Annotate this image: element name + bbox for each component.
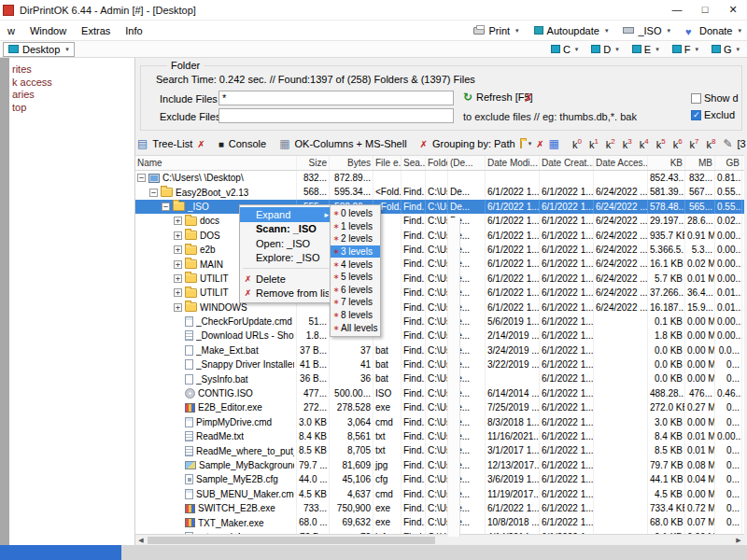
table-row[interactable]: SUB_MENU_Maker.cmd4.5 KB4,637cmdFind...C… (135, 487, 744, 501)
submenu-item[interactable]: ∗4 levels (331, 258, 380, 271)
console-button[interactable]: Console (229, 138, 266, 149)
submenu-item[interactable]: ∗3 levels (331, 245, 380, 259)
stop-icon[interactable]: ✗ (524, 91, 533, 105)
collapse-icon[interactable]: − (162, 203, 170, 211)
expand-icon[interactable]: + (174, 260, 182, 269)
expand-icon[interactable]: + (174, 274, 182, 283)
table-row[interactable]: _CheckForUpdate.cmd51...Find...C:\Users.… (135, 315, 744, 329)
grouping-button[interactable]: Grouping by: Path (432, 138, 515, 149)
table-row[interactable]: TXT_Maker.exe68.0 ...69,632exeFind...C:\… (135, 515, 744, 529)
submenu-item[interactable]: ∗5 levels (331, 271, 380, 284)
collapse-icon[interactable]: − (149, 189, 158, 197)
clear-list-icon[interactable]: ✗ (536, 139, 543, 149)
expand-icon[interactable]: + (174, 245, 182, 254)
sidebar-item[interactable]: k access (9, 77, 134, 90)
column-header-bytes[interactable]: Bytes (330, 156, 374, 170)
scroll-left-icon[interactable]: ◀ (135, 535, 147, 545)
column-header-size[interactable]: Size (297, 156, 330, 170)
menubar-item[interactable]: Extras (74, 25, 118, 36)
columns-mode-button[interactable]: OK-Columns + MS-Shell (294, 138, 406, 149)
scrollbar-overlay[interactable] (447, 217, 460, 537)
table-row[interactable]: Sample_MyE2B.cfg44.0 ...45,106cfgFind...… (135, 472, 744, 486)
column-header-da[interactable]: Date Acces... (594, 156, 648, 170)
expand-icon[interactable]: + (174, 217, 182, 225)
submenu-item[interactable]: ∗8 levels (331, 309, 380, 322)
level-button-2[interactable]: k2 (603, 137, 618, 150)
expand-icon[interactable]: + (174, 303, 182, 312)
context-menu-item[interactable]: Expand▸ (240, 207, 331, 222)
column-header-folder[interactable]: Folder (426, 156, 448, 170)
location-dropdown[interactable]: Desktop ▾ (3, 42, 75, 57)
drive-button-c[interactable]: C▾ (551, 44, 578, 55)
table-row[interactable]: _Download URLs - Short...1.8...Find...C:… (135, 329, 744, 343)
table-row[interactable]: +DOSFind...C:\Users\...De...6/1/2022 1..… (135, 229, 744, 243)
sidebar-item[interactable]: top (9, 102, 134, 115)
menubar-item[interactable]: w (0, 25, 22, 36)
close-button[interactable]: ✕ (719, 0, 747, 20)
level-button-6[interactable]: k6 (670, 137, 685, 150)
table-row[interactable]: _SysInfo.bat36 B...36batFind...C:\Users.… (135, 371, 744, 385)
drive-button-f[interactable]: F▾ (672, 44, 698, 55)
column-header-kb[interactable]: KB (648, 156, 685, 170)
scrollbar-thumb[interactable] (148, 537, 435, 544)
include-files-input[interactable] (218, 91, 454, 105)
drive-button-g[interactable]: G▾ (712, 44, 740, 55)
sidebar-item[interactable]: rites (9, 63, 134, 77)
level-button-0[interactable]: k0 (570, 137, 585, 150)
minimize-button[interactable]: — (663, 0, 691, 20)
drive-button-e[interactable]: E▾ (632, 44, 659, 55)
menubar-autoupdate-button[interactable]: Autoupdate▾ (534, 25, 609, 36)
submenu-item[interactable]: ∗All levels (331, 321, 380, 334)
submenu-item[interactable]: ∗2 levels (331, 232, 380, 245)
show-dirs-checkbox[interactable]: Show d (691, 92, 745, 104)
table-row[interactable]: Sample_MyBackground.j...79.7 ...81,609jp… (135, 458, 744, 472)
exclude-checkbox[interactable]: Exclud (691, 109, 745, 120)
table-row[interactable]: E2B_Editor.exe272...278.528exeFind...C:\… (135, 400, 744, 414)
expand-icon[interactable]: + (174, 288, 182, 297)
table-row[interactable]: +docsFind...C:\Users\...De...6/1/2022 1.… (135, 214, 744, 228)
menubar-item[interactable]: Info (118, 25, 149, 36)
column-header-ext[interactable]: File e... (374, 156, 402, 170)
close-tree-icon[interactable]: ✗ (197, 139, 204, 149)
level-button-4[interactable]: k4 (637, 137, 652, 150)
scroll-right-icon[interactable]: ▶ (733, 535, 744, 545)
table-row[interactable]: ReadMe_where_to_put_fi...8.5 KB8,705txtF… (135, 443, 744, 457)
submenu-item[interactable]: ∗6 levels (331, 284, 380, 297)
pencil-icon[interactable]: ✎ (724, 137, 733, 150)
table-row[interactable]: −Easy2Boot_v2.13568...595.34...<Fold...F… (135, 185, 744, 199)
table-row[interactable]: SWITCH_E2B.exe733...750,900exeFind...C:\… (135, 501, 744, 515)
context-menu-item[interactable]: Open: _ISO (240, 236, 331, 251)
tree-list-button[interactable]: Tree-List (152, 138, 192, 149)
column-header-dm[interactable]: Date Modi... (486, 156, 540, 170)
submenu-item[interactable]: ∗1 levels (331, 220, 380, 233)
menubar-item[interactable]: Window (22, 25, 74, 36)
menubar-print-button[interactable]: Print▾ (473, 25, 518, 36)
table-row[interactable]: CONTIG.ISO477...500.00...ISOFind...C:\Us… (135, 386, 744, 400)
table-row[interactable]: −_ISO555...582.26...<Fold...Find...C:\Us… (135, 200, 744, 214)
maximize-button[interactable]: □ (691, 0, 719, 20)
table-row[interactable]: −C:\Users\ \Desktop\832...872.89...852.4… (135, 171, 744, 185)
table-row[interactable]: PimpMyDrive.cmd3.0 KB3,064cmdFind...C:\U… (135, 415, 744, 429)
table-row[interactable]: +UTILITFind...C:\Users\...De...6/1/2022 … (135, 286, 744, 300)
table-row[interactable]: +MAINFind...C:\Users\...De...6/1/2022 1.… (135, 257, 744, 271)
folder-dropdown-icon[interactable] (520, 140, 522, 148)
table-row[interactable]: +UTILITFind...C:\Users\...De...6/1/2022 … (135, 272, 744, 286)
column-header-name[interactable]: Name (135, 156, 297, 170)
checkbox-icon[interactable] (691, 93, 701, 104)
context-menu-item[interactable]: ✗Remove from list (240, 287, 331, 301)
table-row[interactable]: _Make_Ext.bat37 B...37batFind...C:\Users… (135, 343, 744, 357)
submenu-item[interactable]: ∗0 levels (331, 207, 380, 220)
table-row[interactable]: +e2bFind...C:\Users\...De...6/1/2022 1..… (135, 243, 744, 257)
level-button-5[interactable]: k5 (654, 137, 669, 150)
sidebar-item[interactable]: aries (9, 89, 134, 102)
column-header-dc[interactable]: Date Creat... (540, 156, 594, 170)
level-button-3[interactable]: k3 (620, 137, 635, 150)
table-row[interactable]: ReadMe.txt8.4 KB8,561txtFind...C:\Users.… (135, 429, 744, 443)
exclude-files-input[interactable] (218, 108, 454, 123)
level-button-8[interactable]: k8 (704, 137, 719, 150)
checkbox-checked-icon[interactable] (691, 110, 701, 120)
table-row[interactable]: _Snappy Driver Installer...41 B...41batF… (135, 357, 744, 371)
collapse-icon[interactable]: − (137, 174, 146, 182)
refresh-button[interactable]: ↻ Refresh [F5] (463, 91, 533, 103)
drive-button-d[interactable]: D▾ (591, 44, 618, 55)
